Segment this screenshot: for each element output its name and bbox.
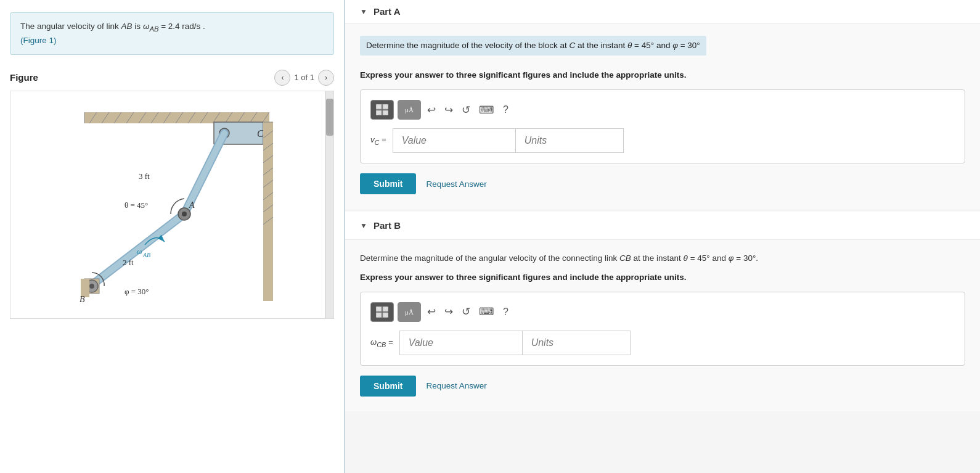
nav-prev-button[interactable]: ‹ — [274, 70, 290, 86]
part-a-submit-button[interactable]: Submit — [360, 173, 416, 194]
svg-point-36 — [182, 212, 187, 216]
diagram-container: C — [10, 91, 333, 318]
svg-rect-57 — [383, 313, 388, 318]
svg-text:ω: ω — [137, 247, 142, 256]
part-a-toolbar-btn2[interactable]: μÅ — [398, 100, 421, 120]
diagram-svg: C — [35, 100, 300, 310]
part-a-action-row: Submit Request Answer — [360, 173, 965, 194]
part-a-units-input[interactable] — [516, 128, 624, 153]
svg-rect-52 — [376, 110, 382, 115]
scrollbar-thumb — [326, 99, 333, 136]
part-a-answer-box: μÅ ↩ ↪ ↺ ⌨ ? vC = — [360, 89, 965, 163]
left-panel: The angular velocity of link AB is ωAB =… — [0, 0, 345, 473]
part-b-submit-button[interactable]: Submit — [360, 376, 416, 397]
part-b-toolbar-btn1[interactable] — [370, 302, 394, 322]
figure1-link[interactable]: (Figure 1) — [20, 36, 57, 45]
part-a-label: Part A — [374, 6, 401, 17]
part-a-request-link[interactable]: Request Answer — [426, 179, 486, 189]
scrollbar[interactable] — [325, 91, 333, 318]
part-a-value-input[interactable] — [393, 128, 516, 153]
part-b-input-row: ωCB = — [370, 331, 955, 355]
part-b-header: ▼ Part B — [345, 212, 980, 240]
part-a-top-bar: ▼ Part A — [345, 0, 980, 23]
svg-text:AB: AB — [142, 252, 150, 258]
svg-text:C: C — [257, 128, 264, 139]
part-b-content: Determine the magnitude of the angular v… — [345, 240, 980, 411]
part-b-value-input[interactable] — [399, 331, 523, 355]
part-b-action-row: Submit Request Answer — [360, 376, 965, 397]
svg-rect-56 — [376, 313, 382, 318]
part-b-redo-button[interactable]: ↪ — [442, 304, 455, 319]
part-b-help-button[interactable]: ? — [500, 305, 511, 319]
part-b-request-link[interactable]: Request Answer — [426, 381, 486, 390]
part-b-collapse-icon[interactable]: ▼ — [360, 221, 367, 230]
figure-header: Figure ‹ 1 of 1 › — [10, 70, 334, 86]
part-a-toolbar-btn1[interactable] — [370, 100, 394, 120]
part-b-undo-button[interactable]: ↩ — [425, 304, 438, 319]
part-a-redo-button[interactable]: ↪ — [442, 102, 455, 118]
part-a-help-button[interactable]: ? — [500, 103, 511, 117]
part-a-instruction: Express your answer to three significant… — [360, 70, 965, 80]
part-b-answer-box: μÅ ↩ ↪ ↺ ⌨ ? ωCB = — [360, 292, 965, 366]
svg-text:3 ft: 3 ft — [139, 171, 150, 181]
figure-title: Figure — [10, 72, 38, 83]
part-b-input-label: ωCB = — [370, 337, 393, 348]
svg-point-39 — [89, 284, 94, 289]
figure-area: C — [10, 91, 334, 319]
svg-text:B: B — [80, 295, 85, 304]
svg-text:θ = 45°: θ = 45° — [125, 200, 148, 210]
svg-text:A: A — [189, 200, 195, 210]
part-a-toolbar: μÅ ↩ ↪ ↺ ⌨ ? — [370, 100, 955, 120]
part-a-undo-button[interactable]: ↩ — [425, 102, 438, 118]
svg-rect-21 — [263, 122, 273, 301]
right-panel: ▼ Part A Determine the magnitude of the … — [345, 0, 980, 473]
part-a-input-label: vC = — [370, 135, 386, 146]
nav-next-button[interactable]: › — [318, 70, 334, 86]
part-a-question: Determine the magnitude of the velocity … — [360, 36, 706, 56]
part-a-keyboard-button[interactable]: ⌨ — [476, 102, 497, 118]
part-b-toolbar-btn2[interactable]: μÅ — [398, 302, 421, 322]
part-b-keyboard-button[interactable]: ⌨ — [476, 304, 497, 319]
svg-rect-55 — [383, 306, 388, 311]
figure-nav: ‹ 1 of 1 › — [274, 70, 334, 86]
part-b-label: Part B — [374, 220, 401, 231]
part-b-instruction: Express your answer to three significant… — [360, 273, 965, 282]
svg-rect-51 — [383, 104, 388, 109]
part-b-units-input[interactable] — [523, 331, 631, 355]
info-box: The angular velocity of link AB is ωAB =… — [10, 12, 334, 55]
part-a-input-row: vC = — [370, 128, 955, 153]
svg-rect-50 — [376, 104, 382, 109]
part-a-collapse-icon[interactable]: ▼ — [360, 7, 367, 16]
svg-text:2 ft: 2 ft — [123, 258, 134, 267]
svg-rect-54 — [376, 306, 382, 311]
svg-text:φ = 30°: φ = 30° — [125, 287, 149, 296]
figure-page: 1 of 1 — [294, 73, 314, 82]
part-a-content: Determine the magnitude of the velocity … — [345, 23, 980, 209]
svg-rect-53 — [383, 110, 388, 115]
part-b-refresh-button[interactable]: ↺ — [459, 304, 473, 319]
info-text: The angular velocity of link AB is ωAB =… — [20, 22, 205, 31]
part-b-question: Determine the magnitude of the angular v… — [360, 252, 965, 265]
part-b-toolbar: μÅ ↩ ↪ ↺ ⌨ ? — [370, 302, 955, 322]
part-a-refresh-button[interactable]: ↺ — [459, 102, 473, 118]
